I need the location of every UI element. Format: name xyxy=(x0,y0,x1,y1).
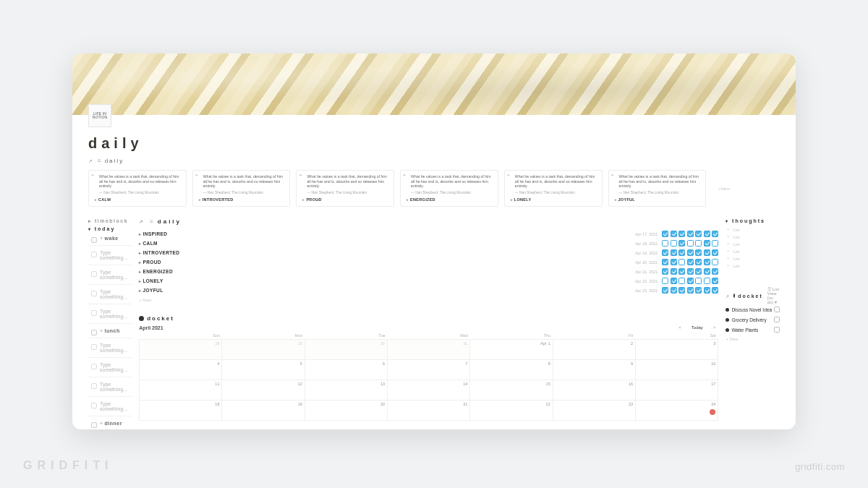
calendar-cell[interactable]: 28 xyxy=(140,340,222,360)
calendar-cell[interactable]: 29 xyxy=(222,340,305,360)
checkbox[interactable] xyxy=(695,259,702,265)
checkbox[interactable] xyxy=(662,231,668,237)
task-row[interactable]: Grocery Delivery xyxy=(726,314,780,325)
checkbox[interactable] xyxy=(671,231,677,237)
tracker-row[interactable]: INTROVERTEDApr 19, 2021 xyxy=(139,248,718,257)
daily-tracker-new[interactable]: New xyxy=(139,298,718,302)
calendar-cell[interactable]: 10 xyxy=(636,360,718,380)
checkbox[interactable] xyxy=(712,240,718,247)
calendar-cell[interactable]: 2 xyxy=(553,340,635,360)
calendar-cell[interactable]: 5 xyxy=(222,360,305,380)
checkbox[interactable] xyxy=(662,278,668,284)
calendar-next-button[interactable]: > xyxy=(710,325,719,330)
checkbox[interactable] xyxy=(678,231,685,237)
tracker-row[interactable]: ENERGIZEDApr 21, 2021 xyxy=(139,267,718,276)
checkbox[interactable] xyxy=(695,249,702,256)
timeblock-empty-row[interactable]: Type something... xyxy=(88,265,132,285)
tracker-row[interactable]: PROUDApr 20, 2021 xyxy=(139,257,718,267)
checkbox[interactable] xyxy=(662,240,668,247)
thoughts-toggle[interactable]: thoughts xyxy=(726,218,780,223)
calendar-cell[interactable]: 19 xyxy=(222,401,305,421)
task-checkbox[interactable] xyxy=(774,317,780,322)
calendar-today-button[interactable]: Today xyxy=(689,325,706,330)
checkbox[interactable] xyxy=(687,259,694,265)
event-indicator[interactable] xyxy=(710,409,715,415)
timeblock-empty-row[interactable]: Type something... xyxy=(88,358,132,377)
calendar-grid[interactable]: SunMonTueWedThuFriSat 28293031Apr1234567… xyxy=(139,332,718,421)
calendar-cell[interactable]: 23 xyxy=(553,401,635,421)
checkbox[interactable] xyxy=(704,287,710,294)
checkbox[interactable] xyxy=(662,249,668,256)
thought-placeholder[interactable]: List xyxy=(726,255,780,262)
timeblock-empty-row[interactable]: Type something... xyxy=(88,285,132,304)
calendar-cell[interactable]: 13 xyxy=(305,380,387,401)
checkbox[interactable] xyxy=(712,268,718,275)
checkbox[interactable] xyxy=(662,259,668,265)
checkbox[interactable] xyxy=(704,249,710,256)
daily-tracker-header[interactable]: daily xyxy=(139,218,718,225)
checkbox[interactable] xyxy=(678,278,685,284)
checkbox[interactable] xyxy=(695,240,702,247)
calendar-cell[interactable]: 24 xyxy=(636,401,718,421)
view-switcher[interactable]: ☰ List View (to-do) ▾ xyxy=(767,287,780,304)
quote-card[interactable]: What he values is a task that, demanding… xyxy=(504,170,603,207)
thought-placeholder[interactable]: List xyxy=(726,248,780,255)
checkbox[interactable] xyxy=(704,231,710,237)
checkbox[interactable] xyxy=(695,287,702,294)
calendar-cell[interactable]: 30 xyxy=(305,340,387,360)
tracker-row[interactable]: INSPIREDApr 17, 2021 xyxy=(139,229,718,239)
calendar-cell[interactable]: 4 xyxy=(140,360,222,380)
checkbox[interactable] xyxy=(704,259,710,265)
checkbox[interactable] xyxy=(678,249,685,256)
task-row[interactable]: Discuss Novel Idea xyxy=(726,304,780,314)
checkbox[interactable] xyxy=(704,278,710,284)
timeblock-empty-row[interactable]: Type something... xyxy=(88,377,132,397)
checkbox[interactable] xyxy=(704,268,710,275)
calendar-cell[interactable]: 18 xyxy=(140,401,222,421)
calendar-cell[interactable]: 11 xyxy=(140,380,222,401)
checkbox[interactable] xyxy=(712,231,718,237)
checkbox[interactable] xyxy=(671,278,677,284)
calendar-cell[interactable]: 6 xyxy=(305,360,387,380)
quote-card[interactable]: What he values is a task that, demanding… xyxy=(88,170,187,207)
timeblock-empty-row[interactable]: Type something... xyxy=(88,246,132,265)
checkbox[interactable] xyxy=(712,259,718,265)
checkbox[interactable] xyxy=(687,231,694,237)
calendar-cell[interactable]: 7 xyxy=(388,360,470,380)
calendar-cell[interactable]: 22 xyxy=(470,401,553,421)
timeblock-item[interactable]: lunch xyxy=(88,324,132,338)
quote-card[interactable]: What he values is a task that, demanding… xyxy=(192,170,291,207)
calendar-cell[interactable]: 20 xyxy=(305,401,387,421)
checkbox[interactable] xyxy=(678,259,685,265)
calendar-cell[interactable]: 9 xyxy=(553,360,635,380)
quote-card[interactable]: What he values is a task that, demanding… xyxy=(400,170,498,207)
checkbox[interactable] xyxy=(678,268,685,275)
timeblock-empty-row[interactable]: Type something... xyxy=(88,397,132,416)
docket-new-task[interactable]: New xyxy=(726,337,780,341)
checkbox[interactable] xyxy=(695,268,702,275)
checkbox[interactable] xyxy=(687,268,694,275)
calendar-cell[interactable]: 12 xyxy=(222,380,305,401)
thought-placeholder[interactable]: List xyxy=(726,226,780,234)
checkbox[interactable] xyxy=(687,278,694,284)
thought-placeholder[interactable]: List xyxy=(726,234,780,241)
calendar-cell[interactable]: 31 xyxy=(388,340,470,360)
quote-new-button[interactable]: New xyxy=(712,170,780,207)
page-icon[interactable]: LIFE IN NOTION xyxy=(88,104,111,127)
task-row[interactable]: Water Plants xyxy=(726,325,780,335)
calendar-cell[interactable]: 16 xyxy=(553,380,635,401)
checkbox[interactable] xyxy=(671,287,677,294)
timeblock-item[interactable]: dinner xyxy=(88,416,132,429)
checkbox[interactable] xyxy=(704,240,710,247)
thought-placeholder[interactable]: List xyxy=(726,241,780,248)
calendar-prev-button[interactable]: < xyxy=(676,325,684,330)
thought-placeholder[interactable]: List xyxy=(726,262,780,270)
task-checkbox[interactable] xyxy=(774,307,780,312)
calendar-cell[interactable]: Apr1 xyxy=(470,340,553,360)
checkbox[interactable] xyxy=(662,268,668,275)
docket-list-header[interactable]: docket ☰ List View (to-do) ▾ xyxy=(726,287,780,304)
page-title[interactable]: daily xyxy=(88,135,780,152)
checkbox[interactable] xyxy=(695,278,702,284)
calendar-cell[interactable]: 14 xyxy=(388,380,470,401)
calendar-cell[interactable]: 21 xyxy=(388,401,470,421)
